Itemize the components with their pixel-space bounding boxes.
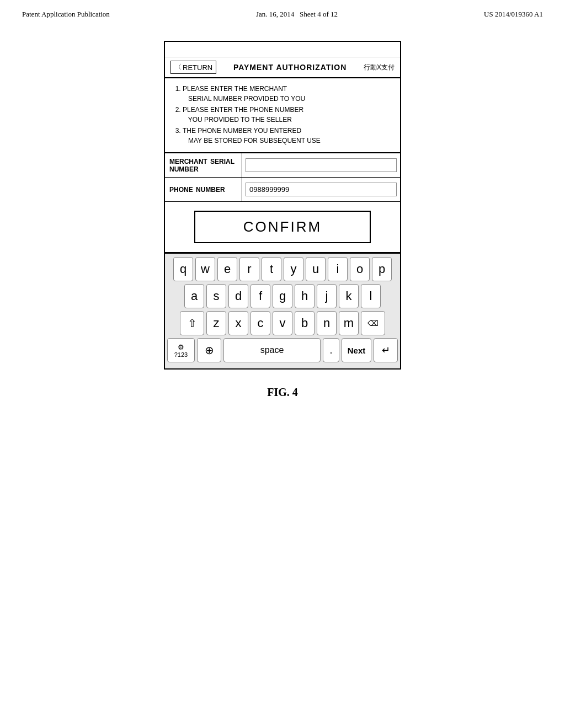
key-g[interactable]: g — [273, 284, 292, 308]
key-j[interactable]: j — [317, 284, 337, 308]
patent-number: US 2014/019360 A1 — [484, 10, 543, 19]
phone-label: PHONE NUMBER — [165, 178, 242, 201]
key-y[interactable]: y — [284, 257, 303, 281]
key-x[interactable]: x — [228, 311, 248, 335]
phone-input-wrapper — [242, 178, 400, 201]
instruction-1: PLEASE ENTER THE MERCHANT SERIAL NUMBER … — [183, 84, 392, 104]
merchant-input-wrapper — [242, 153, 400, 177]
key-q[interactable]: q — [173, 257, 193, 281]
key-b[interactable]: b — [295, 311, 315, 335]
next-key[interactable]: Next — [342, 338, 371, 362]
key-s[interactable]: s — [206, 284, 226, 308]
shift-key[interactable]: ⇧ — [180, 311, 204, 335]
form-area: MERCHANT SERIAL NUMBER PHONE NUMBER — [165, 153, 400, 202]
confirm-button[interactable]: CONFIRM — [194, 211, 371, 243]
key-n[interactable]: n — [317, 311, 337, 335]
key-w[interactable]: w — [195, 257, 215, 281]
enter-key[interactable]: ↵ — [374, 338, 398, 362]
key-d[interactable]: d — [228, 284, 248, 308]
instruction-2: PLEASE ENTER THE PHONE NUMBER YOU PROVID… — [183, 105, 392, 125]
keyboard-row-3: ⇧ z x c v b n m ⌫ — [167, 311, 398, 335]
return-button[interactable]: 〈 RETURN — [170, 61, 216, 74]
gear-icon: ⚙ — [178, 343, 184, 351]
key-f[interactable]: f — [250, 284, 270, 308]
merchant-label: MERCHANT SERIAL NUMBER — [165, 153, 242, 177]
phone-input[interactable] — [246, 183, 397, 196]
key-k[interactable]: k — [339, 284, 359, 308]
header-logo: 行動X支付 — [364, 63, 395, 72]
main-container: 〈 RETURN PAYMENT AUTHORIZATION 行動X支付 PLE… — [0, 24, 565, 399]
numbers-key[interactable]: ⚙ ?123 — [167, 338, 195, 362]
header-bar: 〈 RETURN PAYMENT AUTHORIZATION 行動X支付 — [165, 57, 400, 78]
period-key[interactable]: . — [323, 338, 339, 362]
keyboard-row-4: ⚙ ?123 ⊕ space . Next ↵ — [167, 338, 398, 362]
patent-header: Patent Application Publication Jan. 16, … — [0, 0, 565, 24]
confirm-area: CONFIRM — [165, 202, 400, 253]
key-e[interactable]: e — [217, 257, 237, 281]
backspace-key[interactable]: ⌫ — [361, 311, 385, 335]
key-t[interactable]: t — [262, 257, 281, 281]
key-o[interactable]: o — [350, 257, 370, 281]
key-v[interactable]: v — [273, 311, 292, 335]
key-i[interactable]: i — [328, 257, 348, 281]
return-label: RETURN — [183, 63, 212, 72]
key-r[interactable]: r — [239, 257, 259, 281]
merchant-input[interactable] — [246, 158, 397, 172]
key-u[interactable]: u — [306, 257, 326, 281]
key-p[interactable]: p — [372, 257, 392, 281]
phone-top-blank — [165, 42, 400, 57]
keyboard-row-1: q w e r t y u i o p — [167, 257, 398, 281]
header-title: PAYMENT AUTHORIZATION — [221, 63, 359, 72]
space-key[interactable]: space — [223, 338, 321, 362]
instruction-3: THE PHONE NUMBER YOU ENTERED MAY BE STOR… — [183, 126, 392, 146]
key-c[interactable]: c — [250, 311, 270, 335]
patent-left: Patent Application Publication — [22, 10, 110, 19]
key-l[interactable]: l — [361, 284, 381, 308]
key-a[interactable]: a — [184, 284, 204, 308]
numbers-label: ?123 — [174, 351, 188, 358]
instructions: PLEASE ENTER THE MERCHANT SERIAL NUMBER … — [165, 78, 400, 153]
keyboard: q w e r t y u i o p a s d f g h j k — [165, 253, 400, 368]
globe-key[interactable]: ⊕ — [197, 338, 221, 362]
key-m[interactable]: m — [339, 311, 359, 335]
phone-mockup: 〈 RETURN PAYMENT AUTHORIZATION 行動X支付 PLE… — [164, 41, 401, 370]
patent-date-sheet: Jan. 16, 2014 Sheet 4 of 12 — [256, 10, 338, 19]
key-h[interactable]: h — [295, 284, 315, 308]
return-chevron: 〈 — [174, 62, 182, 72]
merchant-row: MERCHANT SERIAL NUMBER — [165, 153, 400, 178]
key-z[interactable]: z — [206, 311, 226, 335]
phone-row: PHONE NUMBER — [165, 178, 400, 202]
figure-caption: FIG. 4 — [267, 386, 298, 399]
keyboard-row-2: a s d f g h j k l — [167, 284, 398, 308]
